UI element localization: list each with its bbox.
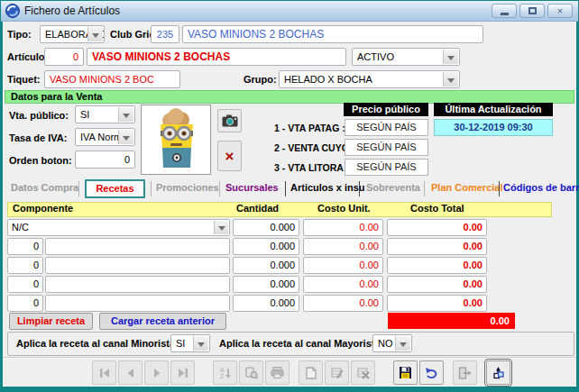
costo-total-field: 0.00 xyxy=(387,257,487,274)
vta-publico-label: Vta. público: xyxy=(9,106,69,124)
prior-record-icon xyxy=(125,368,136,378)
price-row-label: 1 - VTA PATAG : xyxy=(274,120,341,137)
price-row-value[interactable]: SEGÚN PAÍS xyxy=(345,119,428,136)
club-grido-name-field[interactable]: VASO MINIONS 2 BOCHAS xyxy=(182,25,483,43)
minimize-icon[interactable] xyxy=(492,4,517,18)
first-record-button[interactable] xyxy=(92,360,116,385)
col-costo-unit: Costo Unit. xyxy=(317,203,371,214)
component-name-field[interactable] xyxy=(45,276,230,293)
transfer-icon xyxy=(492,366,505,379)
cantidad-field[interactable]: 0.000 xyxy=(233,238,299,255)
recipe-total-value: 0.00 xyxy=(388,313,515,329)
costo-unit-field: 0.00 xyxy=(303,238,383,255)
estado-dropdown[interactable]: ACTIVO xyxy=(352,48,460,66)
tab-promociones[interactable]: Promociones xyxy=(156,182,219,193)
delete-record-button[interactable] xyxy=(351,360,375,385)
component-name-field[interactable] xyxy=(45,295,230,312)
app-icon xyxy=(5,4,20,18)
cantidad-field[interactable]: 0.000 xyxy=(233,257,299,274)
cargar-receta-anterior-button[interactable]: Cargar receta anterior xyxy=(99,313,226,330)
exit-door-icon xyxy=(458,367,472,379)
price-row-value[interactable]: SEGÚN PAÍS xyxy=(345,139,428,156)
search-button[interactable] xyxy=(239,360,263,385)
component-code-field[interactable]: 0 xyxy=(7,276,43,293)
print-button[interactable] xyxy=(265,360,290,385)
exit-button[interactable] xyxy=(453,360,477,385)
cantidad-field[interactable]: 0.000 xyxy=(233,219,299,236)
tab-sucursales[interactable]: Sucursales xyxy=(225,182,279,193)
camera-icon xyxy=(222,114,238,127)
svg-text:Z: Z xyxy=(220,373,225,379)
edit-grid-icon xyxy=(331,367,344,379)
cantidad-field[interactable]: 0.000 xyxy=(233,276,299,293)
minorista-dropdown[interactable]: SI xyxy=(170,334,210,352)
product-image xyxy=(141,105,211,175)
vta-publico-dropdown[interactable]: SI xyxy=(75,105,135,123)
tiquet-label: Tiquet: xyxy=(7,70,40,88)
recipe-grid-header xyxy=(7,202,552,217)
last-update-value: 30-12-2019 09:30 xyxy=(434,119,553,136)
component-name-field[interactable] xyxy=(45,238,230,255)
grupo-dropdown[interactable]: HELADO X BOCHA xyxy=(279,70,460,88)
tasa-iva-label: Tasa de IVA: xyxy=(9,129,67,147)
save-button[interactable] xyxy=(393,360,418,385)
component-code-field[interactable]: 0 xyxy=(7,295,43,312)
last-record-button[interactable] xyxy=(170,360,195,385)
costo-total-field: 0.00 xyxy=(387,276,487,293)
tab-recetas[interactable]: Recetas xyxy=(85,179,145,198)
mayorista-dropdown[interactable]: NO xyxy=(372,334,412,352)
sort-icon: AZ xyxy=(219,367,232,379)
tab-plan-comercial[interactable]: Plan Comercial xyxy=(431,182,502,193)
transfer-button[interactable] xyxy=(486,360,510,385)
articulo-code-field[interactable]: 0 xyxy=(44,48,84,66)
tipo-label: Tipo: xyxy=(7,25,32,43)
first-record-icon xyxy=(98,368,111,378)
new-record-button[interactable] xyxy=(299,360,323,385)
capture-photo-button[interactable] xyxy=(217,109,242,132)
cantidad-field[interactable]: 0.000 xyxy=(233,295,299,312)
costo-total-field: 0.00 xyxy=(387,238,487,255)
delete-grid-icon xyxy=(357,367,370,379)
title-bar: Fichero de Artículos × xyxy=(1,1,578,22)
venta-section-header: Datos para la Venta xyxy=(5,90,574,104)
precio-publico-header: Precio público xyxy=(344,103,428,116)
component-name-field[interactable] xyxy=(45,257,230,274)
tab-articulos-x-insumo[interactable]: Articulos x insu xyxy=(290,182,365,193)
component-dropdown[interactable]: N/C xyxy=(7,219,230,236)
prior-record-button[interactable] xyxy=(118,360,142,385)
maximize-icon[interactable] xyxy=(519,4,545,18)
last-record-icon xyxy=(177,368,189,378)
costo-unit-field: 0.00 xyxy=(303,219,383,236)
orden-boton-label: Orden boton: xyxy=(9,151,72,169)
tab-sobreventa[interactable]: Sobreventa xyxy=(366,182,420,193)
minorista-label: Aplica la receta al canal Minorista? xyxy=(16,334,181,352)
component-code-field[interactable]: 0 xyxy=(7,238,43,255)
close-icon[interactable]: × xyxy=(547,4,573,18)
price-row-value[interactable]: SEGÚN PAÍS xyxy=(345,159,428,176)
limpiar-receta-button[interactable]: Limpiar receta xyxy=(9,313,93,330)
delete-photo-button[interactable]: × xyxy=(217,141,242,171)
save-floppy-icon xyxy=(399,366,412,379)
undo-button[interactable] xyxy=(419,360,444,385)
tasa-iva-dropdown[interactable]: IVA Normal xyxy=(75,128,135,146)
component-code-field[interactable]: 0 xyxy=(7,257,43,274)
tab-datos-compra[interactable]: Datos Compra xyxy=(11,182,78,193)
costo-total-field: 0.00 xyxy=(387,295,487,312)
grupo-label: Grupo: xyxy=(244,70,277,88)
tipo-dropdown[interactable]: ELABORADO xyxy=(40,25,105,43)
edit-record-button[interactable] xyxy=(325,360,349,385)
club-grido-code-field[interactable]: 235 xyxy=(151,25,179,43)
orden-boton-field[interactable]: 0 xyxy=(75,150,135,169)
articulo-name-field[interactable]: VASO MINIONS 2 BOCHAS xyxy=(87,48,346,66)
new-page-icon xyxy=(306,367,317,379)
tab-codigos-de-barra[interactable]: Códigos de barra xyxy=(503,182,579,193)
costo-unit-field: 0.00 xyxy=(303,257,383,274)
col-costo-total: Costo Total xyxy=(410,203,464,214)
window-title: Fichero de Artículos xyxy=(24,5,120,17)
record-toolbar: AZ xyxy=(92,360,512,385)
red-x-icon: × xyxy=(225,149,234,164)
sort-button[interactable]: AZ xyxy=(213,360,237,385)
next-record-button[interactable] xyxy=(144,360,169,385)
ultima-actualizacion-header: Última Actualización xyxy=(434,103,553,116)
tiquet-field[interactable]: VASO MINIONS 2 BOC xyxy=(44,70,180,88)
